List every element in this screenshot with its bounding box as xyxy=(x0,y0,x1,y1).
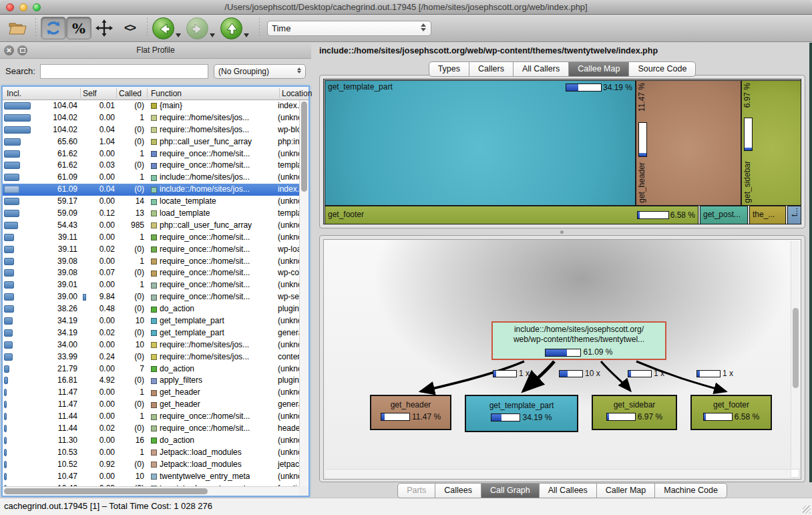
graph-node-get-footer[interactable]: get_footer 6.58 % xyxy=(690,395,772,430)
treemap-block-get-sidebar[interactable]: 6.97 % get_sidebar xyxy=(741,80,801,206)
table-vertical-scrollbar[interactable] xyxy=(299,100,309,486)
column-header-incl[interactable]: Incl. xyxy=(7,89,21,98)
function-type-icon xyxy=(151,462,157,468)
up-button[interactable] xyxy=(220,17,242,39)
table-row[interactable]: 61.620.03(0)require_once::/home/sit...te… xyxy=(3,160,299,172)
table-row[interactable]: 11.470.00(0)get_headergeneral- xyxy=(3,399,299,411)
column-header-function[interactable]: Function xyxy=(151,89,182,98)
node-label: get_footer xyxy=(692,400,771,409)
percent-bar xyxy=(491,413,520,421)
scrollbar-thumb[interactable] xyxy=(301,102,307,192)
call-count: 10 x xyxy=(585,369,600,378)
table-row[interactable]: 39.110.02(0)require_once::/home/sit...wp… xyxy=(3,244,299,256)
back-dropdown-arrow-icon[interactable] xyxy=(176,33,181,37)
graph-node-get-header[interactable]: get_header 11.47 % xyxy=(370,395,451,430)
table-row[interactable]: 34.000.0010require::/home/sites/jos...(u… xyxy=(3,339,299,351)
table-row[interactable]: 11.440.001require_once::/home/sit...(unk… xyxy=(3,411,299,423)
call-graph-canvas[interactable]: include::/home/sites/josephscott.org/ we… xyxy=(323,239,801,480)
status-text: cachegrind.out.17945 [1] – Total Time Co… xyxy=(4,501,212,511)
tab-all-callees[interactable]: All Callees xyxy=(540,483,597,498)
tab-callee-map[interactable]: Callee Map xyxy=(569,61,629,77)
window-edge xyxy=(809,43,812,482)
scrollbar-corner xyxy=(299,486,309,496)
graph-node-root[interactable]: include::/home/sites/josephscott.org/ we… xyxy=(491,321,666,360)
table-row[interactable]: 10.530.001Jetpack::load_modules(unknow xyxy=(3,447,299,459)
table-row[interactable]: 54.430.00985php::call_user_func_array(un… xyxy=(3,220,299,232)
function-type-icon xyxy=(151,271,157,277)
treemap-block-the[interactable]: the_... xyxy=(749,206,786,224)
table-row[interactable]: 10.520.92(0)Jetpack::load_modulesjetpack… xyxy=(3,459,299,471)
table-row[interactable]: 21.790.007do_action(unknow xyxy=(3,363,299,375)
table-row[interactable]: 59.090.1213load_templatetemplat xyxy=(3,208,299,220)
table-row[interactable]: 59.170.0014locate_template(unknow xyxy=(3,196,299,208)
table-row[interactable]: 11.300.0016do_action(unknow xyxy=(3,435,299,447)
table-header[interactable]: Incl. Self Called Function Location xyxy=(3,87,309,100)
table-row[interactable]: 61.620.001require_once::/home/sit...(unk… xyxy=(3,148,299,160)
tab-source-code[interactable]: Source Code xyxy=(629,61,696,77)
column-header-location[interactable]: Location xyxy=(282,89,312,98)
scrollbar-thumb[interactable] xyxy=(4,488,208,494)
table-row[interactable]: 38.260.48(0)do_actionplugin.p xyxy=(3,303,299,315)
graph-horizontal-scrollbar[interactable] xyxy=(325,469,791,478)
grouping-select[interactable]: (No Grouping) xyxy=(214,64,306,79)
open-file-button[interactable] xyxy=(5,17,31,39)
reload-icon xyxy=(45,19,62,37)
table-row[interactable]: 104.020.001require::/home/sites/jos...(u… xyxy=(3,112,299,124)
table-row[interactable]: 65.601.04(0)php::call_user_func_arrayphp… xyxy=(3,136,299,148)
function-type-icon xyxy=(151,199,157,205)
percent-toggle-button[interactable]: % xyxy=(66,17,91,39)
tab-caller-map[interactable]: Caller Map xyxy=(597,483,655,498)
table-row[interactable]: 39.009.84(0)require_once::/home/sit...wp… xyxy=(3,291,299,303)
table-row[interactable]: 39.110.001require_once::/home/sit...(unk… xyxy=(3,232,299,244)
graph-node-get-sidebar[interactable]: get_sidebar 6.97 % xyxy=(592,395,677,430)
column-header-called[interactable]: Called xyxy=(119,89,142,98)
treemap-block-get-post[interactable]: get_post... xyxy=(700,206,748,224)
forward-button[interactable] xyxy=(186,17,208,39)
table-row[interactable]: 39.080.07(0)require_once::/home/sit...wp… xyxy=(3,267,299,279)
tab-callees[interactable]: Callees xyxy=(435,483,481,498)
up-dropdown-arrow-icon[interactable] xyxy=(244,33,249,37)
table-horizontal-scrollbar[interactable] xyxy=(3,486,299,496)
treemap-block-get-header[interactable]: 11.47 % get_header xyxy=(636,80,741,206)
forward-dropdown-arrow-icon[interactable] xyxy=(210,33,215,37)
tab-call-graph[interactable]: Call Graph xyxy=(481,483,540,498)
table-row[interactable]: 39.010.001require_once::/home/sit...(unk… xyxy=(3,279,299,291)
table-row[interactable]: 11.470.001get_header(unknow xyxy=(3,387,299,399)
table-row[interactable]: 10.470.0010twentytwelve_entry_meta(unkno… xyxy=(3,471,299,483)
table-row[interactable]: 39.080.001require_once::/home/sit...(unk… xyxy=(3,256,299,268)
table-row[interactable]: 104.020.04(0)require::/home/sites/jos...… xyxy=(3,124,299,136)
table-row[interactable]: 61.090.04(0)include::/home/sites/jos...i… xyxy=(3,184,299,196)
resize-grip-icon[interactable] xyxy=(803,506,811,514)
search-input[interactable] xyxy=(40,64,208,79)
callee-treemap[interactable]: get_template_part 34.19 % 11.47 % get_he… xyxy=(323,79,801,224)
table-row[interactable]: 34.190.0010get_template_part(unknow xyxy=(3,315,299,327)
function-type-icon xyxy=(151,354,157,360)
node-percent: 34.19 % xyxy=(522,413,552,422)
splitter-handle[interactable] xyxy=(560,230,564,234)
cycle-detection-button[interactable] xyxy=(91,17,117,39)
back-button[interactable] xyxy=(152,17,174,39)
tab-machine-code[interactable]: Machine Code xyxy=(655,483,727,498)
reload-button[interactable] xyxy=(41,17,66,39)
table-row[interactable]: 104.040.01(0){main}index.ph xyxy=(3,100,299,112)
tab-types[interactable]: Types xyxy=(429,61,469,77)
block-label: t... xyxy=(790,208,799,216)
table-row[interactable]: 11.440.02(0)require_once::/home/sit...he… xyxy=(3,423,299,435)
event-type-select[interactable]: Time xyxy=(267,21,431,36)
table-row[interactable]: 61.090.001include::/home/sites/jos...(un… xyxy=(3,172,299,184)
treemap-block-t[interactable]: t... xyxy=(787,206,801,224)
graph-vertical-scrollbar[interactable] xyxy=(791,241,799,468)
table-row[interactable]: 16.814.92(0)apply_filtersplugin.p xyxy=(3,375,299,387)
block-percent: 34.19 % xyxy=(603,83,632,92)
relative-cost-button[interactable]: <> xyxy=(117,17,142,39)
tab-callers[interactable]: Callers xyxy=(469,61,514,77)
graph-node-get-template-part[interactable]: get_template_part 34.19 % xyxy=(465,395,578,432)
scrollbar-thumb[interactable] xyxy=(793,308,799,388)
table-row[interactable]: 33.990.24(0)require::/home/sites/jos...c… xyxy=(3,351,299,363)
tab-all-callers[interactable]: All Callers xyxy=(514,61,569,77)
column-header-self[interactable]: Self xyxy=(83,89,97,98)
treemap-block-get-template-part[interactable]: get_template_part 34.19 % xyxy=(325,80,636,206)
treemap-block-get-footer[interactable]: get_footer 6.58 % xyxy=(325,206,698,224)
function-type-icon xyxy=(151,450,157,456)
table-row[interactable]: 34.190.02(0)get_template_partgeneral- xyxy=(3,327,299,339)
